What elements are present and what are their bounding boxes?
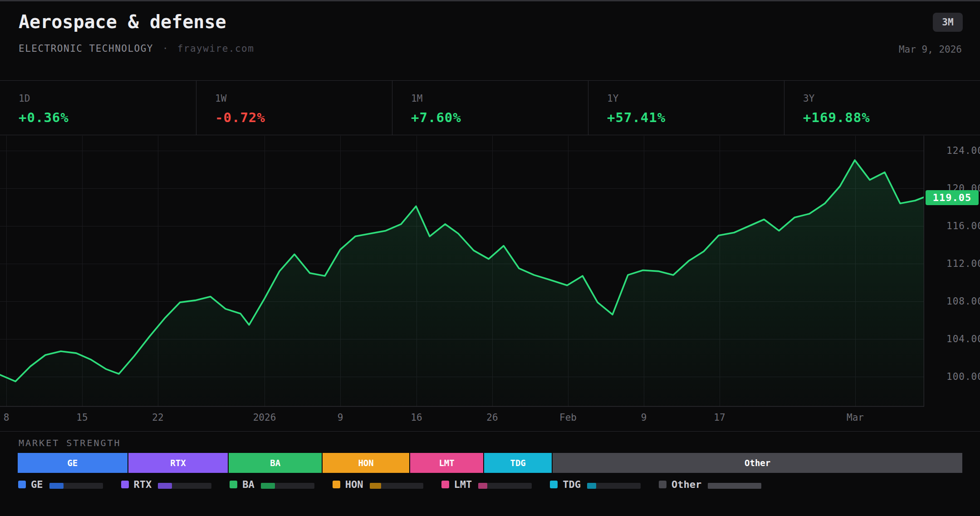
legend-minibar bbox=[587, 483, 641, 489]
legend-minibar bbox=[49, 483, 103, 489]
stat-value: +169.88% bbox=[803, 110, 980, 125]
stat-label: 1W bbox=[215, 93, 392, 104]
legend-minibar-fill bbox=[49, 483, 64, 489]
legend-minibar-fill bbox=[478, 483, 487, 489]
y-axis-label: 100.00 bbox=[946, 371, 980, 382]
x-axis-label: 2026 bbox=[242, 412, 287, 423]
header: Aerospace & defense ELECTRONIC TECHNOLOG… bbox=[0, 1, 980, 80]
price-badge: 119.05 bbox=[926, 190, 979, 205]
legend-minibar-fill bbox=[587, 483, 596, 489]
strength-segment-hon[interactable]: HON bbox=[323, 453, 409, 473]
subtitle: ELECTRONIC TECHNOLOGY · fraywire.com bbox=[19, 43, 254, 54]
legend-swatch bbox=[659, 481, 666, 488]
legend-swatch bbox=[333, 481, 340, 488]
stat-value: -0.72% bbox=[215, 110, 392, 125]
legend-ticker: Other bbox=[671, 479, 701, 490]
x-axis-label: 26 bbox=[470, 412, 515, 423]
legend-ticker: GE bbox=[31, 479, 43, 490]
legend-swatch bbox=[441, 481, 449, 488]
x-axis-label: Mar bbox=[833, 412, 878, 423]
page-title: Aerospace & defense bbox=[19, 11, 226, 32]
stat-label: 1Y bbox=[607, 93, 784, 104]
market-strength-label: MARKET STRENGTH bbox=[19, 437, 121, 448]
legend-item-other: Other bbox=[659, 479, 761, 490]
market-strength-section: MARKET STRENGTH GERTXBAHONLMTTDGOther GE… bbox=[0, 431, 980, 516]
legend-ticker: LMT bbox=[454, 479, 472, 490]
strength-segment-tdg[interactable]: TDG bbox=[484, 453, 552, 473]
strength-bar: GERTXBAHONLMTTDGOther bbox=[18, 453, 962, 473]
legend-minibar bbox=[708, 483, 761, 489]
app-root: Aerospace & defense ELECTRONIC TECHNOLOG… bbox=[0, 0, 980, 516]
legend-minibar bbox=[370, 483, 423, 489]
legend-ticker: RTX bbox=[134, 479, 152, 490]
legend-item-rtx: RTX bbox=[121, 479, 212, 490]
stat-cell-1y: 1Y+57.41% bbox=[588, 81, 784, 135]
strength-legend: GERTXBAHONLMTTDGOther bbox=[18, 479, 761, 490]
source-link[interactable]: fraywire.com bbox=[177, 43, 255, 54]
legend-ticker: HON bbox=[345, 479, 363, 490]
legend-minibar-fill bbox=[708, 483, 761, 489]
stat-cell-1d: 1D+0.36% bbox=[0, 81, 196, 135]
x-axis-label: 15 bbox=[59, 412, 105, 423]
legend-item-hon: HON bbox=[333, 479, 423, 490]
stat-label: 1D bbox=[19, 93, 196, 104]
legend-item-tdg: TDG bbox=[550, 479, 641, 490]
x-axis-label: 16 bbox=[394, 412, 439, 423]
x-axis-label: Feb bbox=[545, 412, 591, 423]
legend-swatch bbox=[550, 481, 558, 488]
legend-minibar bbox=[478, 483, 532, 489]
x-axis-label: 17 bbox=[697, 412, 742, 423]
date-label: Mar 9, 2026 bbox=[899, 44, 962, 55]
stat-label: 1M bbox=[411, 93, 588, 104]
y-axis-label: 124.00 bbox=[946, 145, 980, 156]
x-axis-label: 22 bbox=[135, 412, 181, 423]
sector-label: ELECTRONIC TECHNOLOGY bbox=[19, 43, 153, 54]
strength-segment-ba[interactable]: BA bbox=[229, 453, 322, 473]
legend-minibar bbox=[261, 483, 314, 489]
strength-segment-lmt[interactable]: LMT bbox=[410, 453, 483, 473]
strength-segment-ge[interactable]: GE bbox=[18, 453, 127, 473]
y-axis-label: 116.00 bbox=[946, 221, 980, 231]
stat-value: +0.36% bbox=[19, 110, 196, 125]
legend-minibar-fill bbox=[370, 483, 381, 489]
legend-swatch bbox=[121, 481, 129, 488]
dot-separator: · bbox=[162, 43, 168, 54]
stat-cell-1m: 1M+7.60% bbox=[392, 81, 588, 135]
y-axis-label: 108.00 bbox=[946, 296, 980, 307]
y-axis-label: 104.00 bbox=[946, 334, 980, 344]
legend-minibar-fill bbox=[261, 483, 275, 489]
legend-swatch bbox=[230, 481, 237, 488]
area-fill bbox=[0, 160, 924, 407]
strength-segment-other[interactable]: Other bbox=[553, 453, 962, 473]
x-axis-label: 8 bbox=[0, 412, 29, 423]
stat-cell-1w: 1W-0.72% bbox=[196, 81, 392, 135]
legend-ticker: BA bbox=[242, 479, 255, 490]
stat-cell-3y: 3Y+169.88% bbox=[784, 81, 980, 135]
legend-item-lmt: LMT bbox=[441, 479, 532, 490]
legend-ticker: TDG bbox=[563, 479, 581, 490]
legend-minibar bbox=[158, 483, 211, 489]
legend-item-ba: BA bbox=[230, 479, 314, 490]
stat-value: +57.41% bbox=[607, 110, 784, 125]
stats-bar: 1D+0.36%1W-0.72%1M+7.60%1Y+57.41%3Y+169.… bbox=[0, 80, 980, 135]
y-axis-label: 112.00 bbox=[946, 258, 980, 269]
legend-swatch bbox=[18, 481, 26, 488]
x-axis-label: 9 bbox=[621, 412, 666, 423]
stat-value: +7.60% bbox=[411, 110, 588, 125]
chart-canvas[interactable] bbox=[0, 136, 924, 407]
range-badge[interactable]: 3M bbox=[933, 13, 963, 32]
strength-segment-rtx[interactable]: RTX bbox=[128, 453, 228, 473]
x-axis-label: 9 bbox=[318, 412, 363, 423]
legend-item-ge: GE bbox=[18, 479, 103, 490]
price-chart[interactable]: 100.00104.00108.00112.00116.00120.00124.… bbox=[0, 135, 980, 431]
legend-minibar-fill bbox=[158, 483, 172, 489]
stat-label: 3Y bbox=[803, 93, 980, 104]
